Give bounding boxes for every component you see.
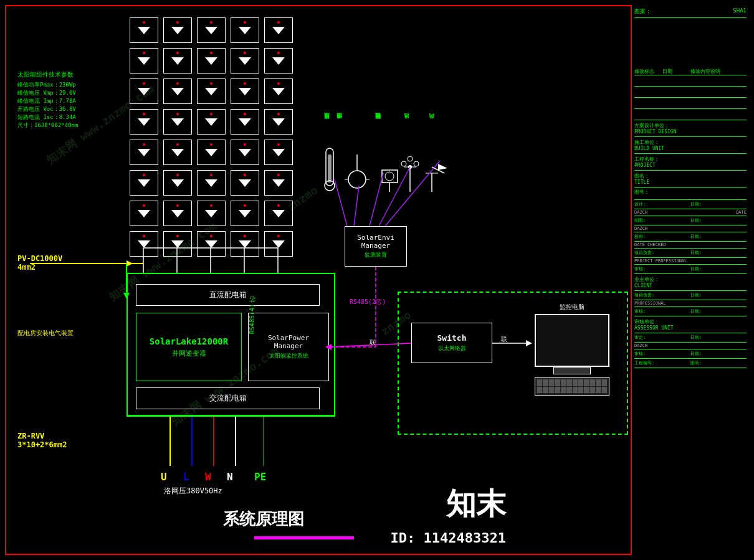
- solar-panel: [197, 170, 226, 196]
- staff-row-0: 设计: 日期:: [634, 200, 747, 209]
- solarenvi-sub: 监测装置: [365, 251, 387, 259]
- solar-panel: [264, 170, 293, 196]
- review-unit-val: ASSESSOR UNIT: [634, 325, 747, 331]
- solar-panel: [163, 109, 192, 135]
- final-row-2: 工程编号: 图号:: [634, 359, 747, 368]
- pv-spec-title: 太阳能组件技术参数: [17, 70, 78, 79]
- staff-row-2: 校审: 日期:: [634, 232, 747, 242]
- right-panel: 图案： SHA1 修改标志 日期 修改内容说明 方案设计单位： PRODUCT …: [631, 5, 749, 555]
- elec-config-label: 配电房安装电气装置: [17, 329, 74, 338]
- rs485-2-label: RS485(2芯): [350, 298, 386, 306]
- svg-point-14: [414, 161, 419, 166]
- zr-rvv-label: ZR-RVV 3*10+2*6mm2: [17, 432, 67, 449]
- proj-mgr-row-1: 审核: 日期:: [634, 307, 747, 316]
- keyboard: [535, 377, 609, 396]
- pv-spec-0: 峰值功率Pmax：230Wp: [17, 81, 78, 89]
- solar-panel: [231, 48, 259, 74]
- staff-row-4: 审核: 日期:: [634, 265, 747, 274]
- rev-col-1: 日期: [662, 68, 690, 75]
- solar-panel: [163, 17, 192, 43]
- solarenvi-box: SolarEnvi Manager 监测装置: [345, 226, 407, 267]
- svg-marker-26: [126, 260, 133, 267]
- revision-header: 修改标志 日期 修改内容说明: [634, 68, 747, 75]
- rp-header: 图案： SHA1: [634, 7, 747, 18]
- staff-name-1: DAZCH: [634, 225, 747, 232]
- spm-sub: 太阳能监控系统: [269, 352, 308, 360]
- inverter-name: SolarLake12000R: [150, 336, 228, 346]
- project-name-row: 工程名称： PROJECT: [634, 154, 747, 171]
- solar-panel: [264, 140, 293, 165]
- solar-panel: [197, 231, 226, 257]
- monitor-computer: 监控电脑: [528, 303, 616, 402]
- construction-val: BUILD UNIT: [634, 146, 747, 151]
- solar-panel: [130, 231, 158, 257]
- ac-dist-label: 交流配电箱: [209, 393, 247, 404]
- pv-spec-2: 峰值电流 Imp：7.78A: [17, 97, 78, 105]
- solar-panel: [163, 78, 192, 104]
- svg-point-12: [408, 165, 412, 169]
- solar-panel: [163, 140, 192, 165]
- pv-dc-label: PV-DC1000V 4mm2: [17, 254, 62, 272]
- ac-distribution-box: 交流配电箱: [136, 387, 320, 409]
- solar-panel: [163, 170, 192, 196]
- rp-top-label: 图案：: [634, 7, 651, 16]
- solar-panel: [231, 170, 259, 196]
- svg-point-8: [385, 172, 394, 181]
- construction-label: 施工单位：: [634, 139, 747, 146]
- solar-panel: [197, 78, 226, 104]
- pv-spec-1: 峰值电压 Vmp：29.6V: [17, 89, 78, 97]
- solar-panel: [130, 17, 158, 43]
- review-unit-row: 审核单位： ASSESSOR UNIT: [634, 316, 747, 333]
- inverter-device: SolarLake12000R 并网逆变器: [136, 313, 242, 381]
- svg-rect-2: [328, 154, 332, 183]
- solar-panel: [231, 140, 259, 165]
- switch-sub: 以太网络器: [438, 344, 466, 353]
- inverter-sub: 并网逆变器: [172, 349, 206, 358]
- phase-u: U: [161, 471, 167, 483]
- switch-label: Switch: [437, 333, 467, 343]
- solar-panel: [231, 109, 259, 135]
- drawing-name-val: TITLE: [634, 179, 747, 185]
- svg-point-13: [401, 161, 406, 166]
- connection-label-2: 联: [501, 335, 507, 344]
- rev-row-3: [634, 109, 747, 120]
- dc-dist-label: 直流配电箱: [209, 290, 247, 300]
- client-label: 业主单位：: [634, 276, 747, 283]
- solar-panel: [231, 231, 259, 257]
- solar-panel: [231, 17, 259, 43]
- solar-panel: [130, 201, 158, 226]
- solar-panel-grid: [130, 17, 295, 259]
- solar-panel: [197, 109, 226, 135]
- rp-sha-label: SHA1: [733, 7, 747, 16]
- diagram-title: 系统原理图: [223, 508, 304, 530]
- client-row: 业主单位： CLIENT: [634, 274, 747, 291]
- grid-label: 洛网压380V50Hz: [164, 486, 222, 496]
- staff-name-3: PROJECT PROFESSIONAL: [634, 258, 747, 265]
- bottom-line: [254, 536, 354, 539]
- drawing-name-row: 图名： TITLE: [634, 171, 747, 187]
- solar-panel: [163, 201, 192, 226]
- computer-screen: [535, 314, 609, 367]
- drawing-no-label: 图号：: [634, 189, 747, 196]
- staff-name-2: DATE CHECKED: [634, 242, 747, 249]
- rev-row-1: [634, 87, 747, 98]
- phase-l: L: [183, 471, 189, 483]
- solar-panel: [264, 48, 293, 74]
- solar-panel: [130, 170, 158, 196]
- connection-label-1: 联: [370, 338, 376, 347]
- rev-row-0: [634, 75, 747, 87]
- computer-base: [553, 367, 591, 374]
- pv-spec-3: 开路电压 Voc：36.8V: [17, 105, 78, 113]
- construction-row: 施工单位： BUILD UNIT: [634, 137, 747, 154]
- pv-spec-4: 短路电流 Isc：8.34A: [17, 113, 78, 121]
- solarenvi-name: SolarEnvi Manager: [345, 234, 406, 250]
- client-val: CLIENT: [634, 283, 747, 288]
- rev-col-0: 修改标志: [634, 68, 662, 75]
- staff-row-3: 项目负责: 日期:: [634, 249, 747, 258]
- design-unit-val: PRODUCT DESIGN: [634, 129, 747, 135]
- solar-panel: [130, 140, 158, 165]
- right-panel-inner: 图案： SHA1 修改标志 日期 修改内容说明 方案设计单位： PRODUCT …: [632, 5, 749, 371]
- pv-spec-block: 太阳能组件技术参数 峰值功率Pmax：230Wp 峰值电压 Vmp：29.6V …: [17, 70, 78, 130]
- proj-mgr-name-0: PROFESSIONAL: [634, 300, 747, 307]
- logo-text: 知末: [446, 484, 506, 524]
